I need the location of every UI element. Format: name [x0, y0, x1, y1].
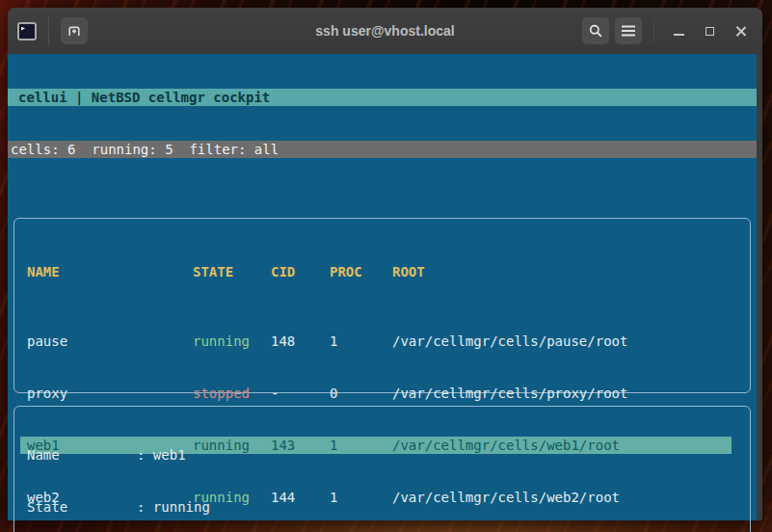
- detail-label: State: [27, 498, 137, 516]
- magnifier-icon: [588, 23, 603, 39]
- tui-body: NAME STATE CID PROC ROOT pause running 1…: [8, 210, 757, 532]
- minimize-icon: [674, 34, 684, 36]
- titlebar[interactable]: ssh user@vhost.local: [8, 8, 762, 54]
- detail-line-state: State: running: [27, 498, 750, 516]
- cells-table-panel: NAME STATE CID PROC ROOT pause running 1…: [13, 218, 751, 393]
- cell-state: running: [193, 332, 271, 350]
- col-header-root: ROOT: [392, 263, 750, 280]
- cell-name: proxy: [27, 385, 193, 402]
- table-row-pause[interactable]: pause running 148 1 /var/cellmgr/cells/p…: [27, 332, 750, 350]
- close-icon: [734, 25, 747, 38]
- cell-state: stopped: [193, 385, 271, 402]
- cell-name: pause: [27, 332, 193, 350]
- table-header-row: NAME STATE CID PROC ROOT: [27, 263, 750, 280]
- detail-label: Name: [27, 446, 137, 464]
- minimize-button[interactable]: [666, 18, 691, 43]
- maximize-button[interactable]: [697, 18, 722, 43]
- summary-bar: cells: 6 running: 5 filter: all: [8, 141, 757, 158]
- tab-plus-icon: [67, 23, 82, 39]
- col-header-cid: CID: [271, 263, 330, 280]
- cell-root: /var/cellmgr/cells/pause/root: [392, 332, 750, 350]
- detail-value: web1: [153, 446, 186, 464]
- cell-cid: 148: [271, 332, 330, 350]
- detail-separator: :: [137, 446, 153, 464]
- cell-cid: -: [271, 385, 330, 402]
- terminal-app-icon: [17, 22, 37, 40]
- titlebar-divider: [48, 16, 49, 45]
- controls-divider: [653, 19, 654, 42]
- close-button[interactable]: [728, 18, 753, 43]
- menu-button[interactable]: [615, 17, 642, 44]
- hamburger-icon: [622, 30, 635, 32]
- cell-root: /var/cellmgr/cells/proxy/root: [392, 385, 750, 402]
- terminal-content[interactable]: cellui | NetBSD cellmgr cockpit cells: 6…: [8, 54, 757, 520]
- titlebar-left: [17, 16, 88, 45]
- terminal-window: ssh user@vhost.local: [8, 8, 762, 520]
- titlebar-right: [582, 17, 753, 44]
- maximize-icon: [705, 27, 714, 36]
- cell-proc: 1: [330, 332, 392, 350]
- desktop-wallpaper: ssh user@vhost.local: [0, 0, 772, 532]
- app-title-bar: cellui | NetBSD cellmgr cockpit: [8, 89, 757, 106]
- cell-detail-panel: Name: web1 State: running CID: 143 Root:…: [13, 406, 751, 532]
- col-header-name: NAME: [27, 263, 193, 280]
- col-header-state: STATE: [193, 263, 271, 280]
- cell-proc: 0: [330, 385, 392, 402]
- col-header-proc: PROC: [330, 263, 392, 280]
- table-row-proxy[interactable]: proxy stopped - 0 /var/cellmgr/cells/pro…: [27, 385, 750, 402]
- detail-separator: :: [137, 498, 153, 516]
- new-tab-button[interactable]: [61, 17, 88, 44]
- detail-line-name: Name: web1: [27, 446, 750, 464]
- detail-value: running: [153, 498, 210, 516]
- search-button[interactable]: [582, 17, 609, 44]
